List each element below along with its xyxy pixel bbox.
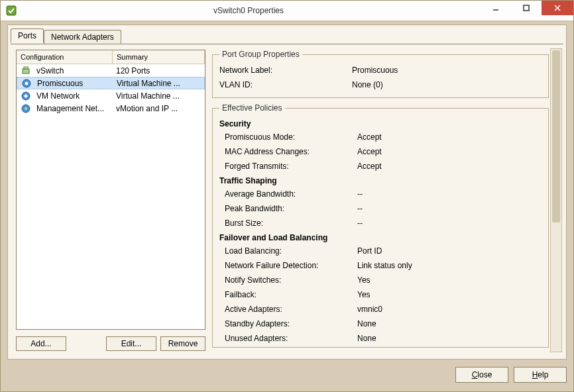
svg-point-10 (25, 94, 28, 97)
group-legend: Effective Policies (219, 103, 285, 113)
list-row-management-net[interactable]: Management Net... vMotion and IP ... (17, 102, 205, 115)
avg-v: -- (357, 189, 542, 199)
avg-l: Average Bandwidth: (219, 189, 357, 199)
vlan-v: None (0) (352, 80, 542, 89)
footer: Close Help (7, 364, 567, 386)
mac-l: MAC Address Changes: (219, 147, 357, 156)
tab-network-adapters[interactable]: Network Adapters (44, 30, 121, 44)
svg-rect-0 (7, 6, 16, 15)
standby-v: None (357, 319, 542, 328)
svg-point-8 (25, 81, 29, 85)
mac-v: Accept (357, 147, 542, 156)
failback-v: Yes (357, 290, 542, 299)
detect-l: Network Failure Detection: (219, 261, 357, 270)
list-cell-summary: vMotion and IP ... (112, 104, 205, 113)
network-label-v: Promiscuous (352, 66, 542, 75)
window-title: vSwitch0 Properties (17, 6, 481, 15)
add-button[interactable]: Add... (16, 336, 66, 351)
list-cell-config: VM Network (32, 91, 112, 101)
lb-v: Port ID (357, 246, 542, 256)
list-cell-summary: Virtual Machine ... (112, 91, 205, 101)
unused-v: None (357, 334, 542, 343)
scrollbar-thumb[interactable] (552, 50, 560, 222)
list-rows: vSwitch 120 Ports Promiscuous Virtual Ma… (17, 64, 205, 329)
standby-l: Standby Adapters: (219, 319, 357, 328)
forged-l: Forged Transmits: (219, 162, 357, 171)
list-cell-config: Promiscuous (33, 79, 113, 88)
content-area: Ports Network Adapters Configuration Sum… (7, 24, 567, 360)
list-cell-config: vSwitch (32, 66, 112, 75)
effective-policies: Effective Policies Security Promiscuous … (212, 103, 549, 348)
promisc-v: Accept (357, 132, 542, 142)
tabs-bar: Ports Network Adapters (8, 25, 566, 42)
svg-rect-12 (25, 107, 27, 110)
tab-body: Configuration Summary vSwitch 120 Ports (11, 44, 563, 356)
burst-v: -- (357, 219, 542, 228)
col-header-config[interactable]: Configuration (17, 50, 113, 64)
notify-l: Notify Switches: (219, 275, 357, 285)
remove-button[interactable]: Remove (160, 336, 205, 351)
vswitch-icon (17, 66, 32, 75)
col-header-summary[interactable]: Summary (113, 50, 205, 64)
detect-v: Link status only (357, 261, 542, 270)
row-network-label: Network Label: Promiscuous (219, 63, 542, 77)
svg-rect-2 (524, 5, 529, 11)
notify-v: Yes (357, 275, 542, 285)
tab-ports[interactable]: Ports (11, 28, 44, 43)
list-row-promiscuous[interactable]: Promiscuous Virtual Machine ... (17, 77, 205, 89)
close-window-button[interactable] (542, 1, 573, 15)
list-row-vswitch[interactable]: vSwitch 120 Ports (17, 64, 205, 77)
burst-l: Burst Size: (219, 219, 357, 228)
peak-l: Peak Bandwidth: (219, 204, 357, 213)
properties-window: vSwitch0 Properties Ports Network Adapte… (0, 0, 574, 392)
minimize-button[interactable] (481, 1, 511, 15)
close-button[interactable]: Close (455, 367, 508, 383)
titlebar: vSwitch0 Properties (1, 1, 573, 21)
list-cell-summary: Virtual Machine ... (113, 79, 204, 88)
active-v: vmnic0 (357, 305, 542, 314)
window-controls (481, 1, 573, 21)
section-security: Security (219, 119, 542, 128)
list-row-vm-network[interactable]: VM Network Virtual Machine ... (17, 89, 205, 102)
vlan-l: VLAN ID: (219, 80, 352, 89)
left-buttons: Add... Edit... Remove (16, 336, 205, 351)
forged-v: Accept (357, 162, 542, 171)
peak-v: -- (357, 204, 542, 213)
portgroup-icon (17, 79, 33, 88)
svg-rect-6 (24, 67, 28, 69)
edit-button[interactable]: Edit... (106, 336, 156, 351)
left-pane: Configuration Summary vSwitch 120 Ports (11, 44, 209, 356)
list-header: Configuration Summary (17, 50, 205, 64)
portgroup-icon (17, 91, 32, 101)
maximize-button[interactable] (511, 1, 542, 15)
group-legend: Port Group Properties (219, 50, 302, 59)
promisc-l: Promiscuous Mode: (219, 132, 357, 142)
unused-l: Unused Adapters: (219, 334, 357, 343)
svg-rect-5 (23, 69, 29, 74)
configuration-list[interactable]: Configuration Summary vSwitch 120 Ports (16, 50, 205, 330)
vsphere-icon (6, 5, 17, 16)
network-label-l: Network Label: (219, 66, 352, 75)
row-vlan-id: VLAN ID: None (0) (219, 77, 542, 92)
active-l: Active Adapters: (219, 305, 357, 314)
lb-l: Load Balancing: (219, 246, 357, 256)
vertical-scrollbar[interactable] (550, 48, 562, 352)
failback-l: Failback: (219, 290, 357, 299)
help-button[interactable]: Help (514, 367, 567, 383)
list-cell-config: Management Net... (32, 104, 112, 113)
list-cell-summary: 120 Ports (112, 66, 205, 75)
right-pane: Port Group Properties Network Label: Pro… (209, 44, 563, 356)
section-failover: Failover and Load Balancing (219, 233, 542, 242)
vmkernel-icon (17, 104, 32, 113)
port-group-properties: Port Group Properties Network Label: Pro… (212, 50, 549, 98)
section-shaping: Traffic Shaping (219, 176, 542, 185)
